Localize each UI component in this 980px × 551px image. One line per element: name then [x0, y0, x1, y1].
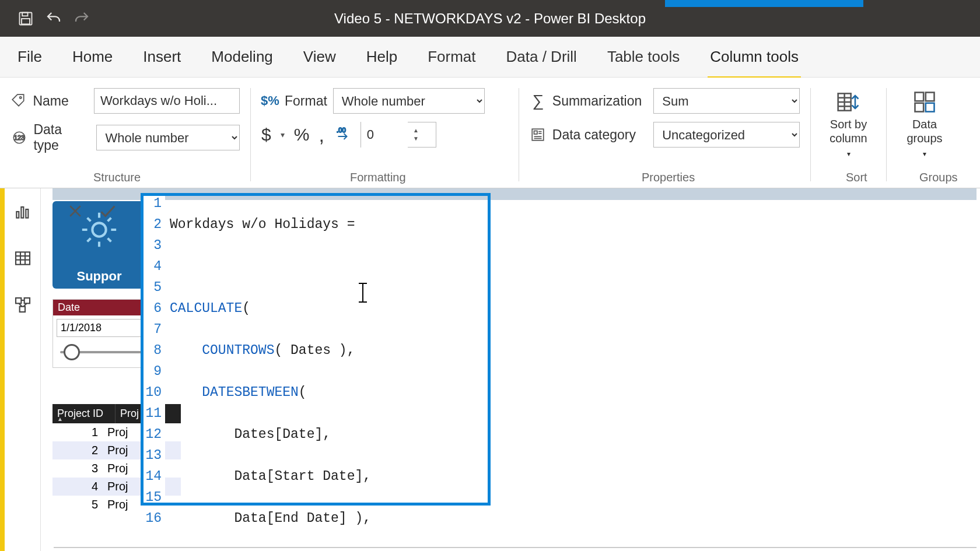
svg-rect-20: [915, 103, 924, 112]
datacategory-select[interactable]: Uncategorized: [653, 122, 800, 148]
tab-column-tools[interactable]: Column tools: [708, 43, 801, 71]
ribbon-tabs: File Home Insert Modeling View Help Form…: [0, 37, 980, 78]
support-label: Suppor: [77, 269, 122, 289]
title-bar: Video 5 - NETWORKDAYS v2 - Power BI Desk…: [0, 0, 980, 37]
sort-by-column-button[interactable]: Sort bycolumn ▾: [820, 88, 876, 162]
tab-format[interactable]: Format: [425, 43, 478, 71]
sort-asc-icon: ▲: [57, 416, 63, 422]
svg-rect-21: [926, 103, 935, 112]
ribbon-group-sort: Sort bycolumn ▾ Sort: [811, 88, 887, 181]
currency-button[interactable]: $: [261, 125, 271, 145]
tab-table-tools[interactable]: Table tools: [605, 43, 682, 71]
properties-group-label: Properties: [642, 171, 695, 184]
datatype-icon: 123: [10, 129, 27, 146]
decimals-spinner[interactable]: ▲▼: [360, 122, 436, 148]
report-view-icon[interactable]: [11, 200, 34, 223]
table-header-projectid[interactable]: Project ID▲: [52, 404, 116, 423]
title-accent: [665, 0, 863, 7]
text-cursor-icon: [362, 283, 363, 303]
sort-label: Sort bycolumn ▾: [830, 117, 867, 161]
data-groups-button[interactable]: Datagroups ▾: [897, 88, 952, 162]
ribbon-group-groups: Datagroups ▾ Groups: [887, 88, 963, 181]
groups-group-label: Groups: [919, 171, 958, 184]
structure-group-label: Structure: [93, 171, 141, 184]
left-nav: [0, 188, 41, 551]
formula-commit-button[interactable]: [96, 199, 120, 223]
tab-home[interactable]: Home: [70, 43, 115, 71]
ribbon-group-formatting: $% Format Whole number $ ▾ % , .00 ▲▼ Fo…: [251, 88, 519, 181]
svg-rect-18: [915, 93, 924, 101]
tag-icon: [10, 92, 27, 110]
date-slicer-header: Date: [53, 300, 151, 315]
undo-icon[interactable]: [40, 5, 68, 33]
percent-button[interactable]: %: [294, 125, 310, 145]
slider-thumb-icon[interactable]: [64, 344, 80, 360]
tab-insert[interactable]: Insert: [141, 43, 183, 71]
date-slicer-value[interactable]: 1/1/2018: [57, 319, 148, 337]
category-icon: [530, 126, 547, 143]
svg-point-3: [20, 97, 22, 99]
ribbon-group-properties: ∑ Summarization Sum Data category Uncate…: [519, 88, 811, 181]
format-select[interactable]: Whole number: [333, 88, 485, 114]
svg-rect-32: [19, 307, 24, 312]
formatting-group-label: Formatting: [350, 171, 406, 184]
name-input[interactable]: [94, 88, 240, 114]
spinner-up-icon[interactable]: ▲: [408, 127, 424, 135]
tab-modeling[interactable]: Modeling: [209, 43, 275, 71]
svg-rect-31: [24, 298, 29, 303]
tab-view[interactable]: View: [301, 43, 338, 71]
currency-chevron-icon[interactable]: ▾: [281, 130, 285, 139]
model-view-icon[interactable]: [11, 293, 34, 317]
datatype-select[interactable]: Whole number: [96, 125, 240, 150]
sort-icon: [836, 89, 862, 115]
summarization-select[interactable]: Sum: [653, 88, 800, 114]
svg-rect-2: [22, 19, 30, 24]
save-icon[interactable]: [12, 5, 40, 33]
format-icon: $%: [261, 92, 279, 110]
work-area: Suppor Date 1/1/2018 Project ID▲ Proj 1P…: [0, 188, 980, 551]
summarization-label: Summarization: [552, 93, 648, 109]
formula-cancel-button[interactable]: [63, 199, 88, 223]
format-label: Format: [285, 93, 327, 109]
groups-label: Datagroups ▾: [907, 117, 943, 161]
decimal-shift-icon[interactable]: .00: [334, 125, 351, 145]
groups-icon: [912, 89, 937, 115]
redo-icon[interactable]: [68, 5, 96, 33]
line-gutter: 1 2 3 4 5 6 7 8 9 10 11 12 13 14 15 16: [141, 193, 165, 529]
svg-rect-25: [16, 252, 30, 264]
svg-rect-19: [926, 93, 935, 101]
datacategory-label: Data category: [552, 127, 648, 143]
window-title: Video 5 - NETWORKDAYS v2 - Power BI Desk…: [334, 10, 646, 27]
svg-text:123: 123: [14, 134, 24, 141]
decimals-input[interactable]: [361, 122, 408, 148]
data-view-icon[interactable]: [11, 247, 34, 270]
table-header-proj[interactable]: Proj: [116, 404, 144, 423]
svg-point-36: [92, 223, 106, 236]
date-slicer-slider[interactable]: [60, 341, 144, 364]
sigma-icon: ∑: [530, 92, 547, 110]
svg-rect-23: [21, 207, 23, 218]
date-slicer[interactable]: Date 1/1/2018: [52, 299, 152, 368]
comma-button[interactable]: ,: [318, 129, 324, 141]
tab-file[interactable]: File: [15, 43, 44, 71]
svg-text:.00: .00: [337, 127, 346, 134]
tab-data-drill[interactable]: Data / Drill: [504, 43, 579, 71]
sort-group-label: Sort: [846, 171, 867, 184]
ribbon: Name 123 Data type Whole number Structur…: [0, 78, 980, 188]
svg-rect-1: [22, 12, 27, 16]
dax-code[interactable]: Workdays w/o Holidays = CALCULATE( COUNT…: [170, 193, 476, 551]
svg-rect-24: [26, 209, 28, 218]
datatype-label: Data type: [33, 122, 90, 153]
ribbon-group-structure: Name 123 Data type Whole number Structur…: [0, 88, 251, 181]
canvas: Suppor Date 1/1/2018 Project ID▲ Proj 1P…: [41, 188, 980, 551]
spinner-down-icon[interactable]: ▼: [408, 135, 424, 143]
bottom-divider: [54, 547, 977, 548]
tab-help[interactable]: Help: [364, 43, 400, 71]
svg-rect-8: [534, 131, 537, 134]
name-label: Name: [33, 93, 88, 109]
svg-rect-30: [16, 298, 21, 303]
svg-rect-22: [16, 212, 19, 218]
